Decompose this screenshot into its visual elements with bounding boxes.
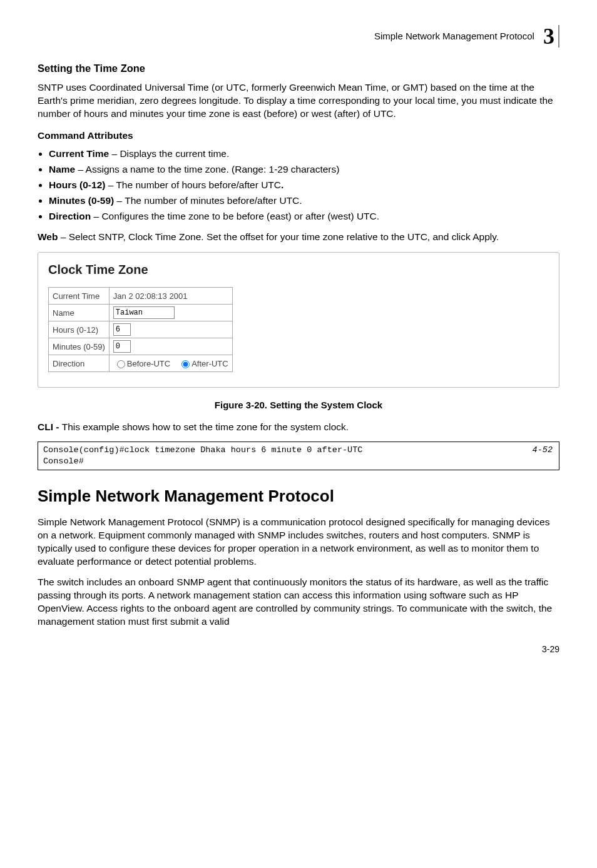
table-row: Direction Before-UTC After-UTC <box>49 355 233 372</box>
hours-label: Hours (0-12) <box>49 321 110 338</box>
hours-input[interactable] <box>113 323 131 336</box>
figure-caption: Figure 3-20. Setting the System Clock <box>38 399 559 411</box>
clock-time-zone-panel: Clock Time Zone Current Time Jan 2 02:08… <box>38 252 559 388</box>
attr-desc: – Assigns a name to the time zone. (Rang… <box>75 164 339 174</box>
current-time-label: Current Time <box>49 288 110 305</box>
hours-value-cell <box>109 321 232 338</box>
list-item: Name – Assigns a name to the time zone. … <box>49 163 559 176</box>
list-item: Minutes (0-59) – The number of minutes b… <box>49 194 559 208</box>
clock-form-table: Current Time Jan 2 02:08:13 2001 Name Ho… <box>48 287 233 372</box>
snmp-section-heading: Simple Network Management Protocol <box>38 485 559 507</box>
table-row: Current Time Jan 2 02:08:13 2001 <box>49 288 233 305</box>
page-number: 3-29 <box>38 643 559 655</box>
running-header-text: Simple Network Management Protocol <box>374 30 534 43</box>
cli-code-block: Console(config)#clock timezone Dhaka hou… <box>38 442 559 470</box>
intro-paragraph: SNTP uses Coordinated Universal Time (or… <box>38 81 559 121</box>
minutes-value-cell <box>109 338 232 355</box>
attribute-list: Current Time – Displays the current time… <box>38 148 559 223</box>
before-utc-radio[interactable] <box>117 360 125 368</box>
table-row: Name <box>49 305 233 321</box>
setting-time-zone-heading: Setting the Time Zone <box>38 61 559 75</box>
list-item: Direction – Configures the time zone to … <box>49 210 559 223</box>
web-desc: – Select SNTP, Clock Time Zone. Set the … <box>58 231 499 242</box>
panel-title: Clock Time Zone <box>48 261 549 278</box>
code-line-2: Console# <box>43 457 84 466</box>
attr-name: Direction <box>49 211 91 221</box>
attr-desc: – Configures the time zone to be before … <box>91 211 379 221</box>
minutes-input[interactable] <box>113 340 131 353</box>
command-attributes-heading: Command Attributes <box>38 129 559 143</box>
attr-name: Hours (0-12) <box>49 179 105 190</box>
cli-prefix: CLI - <box>38 421 62 432</box>
after-utc-radio[interactable] <box>181 360 190 368</box>
direction-label: Direction <box>49 355 110 372</box>
list-item: Hours (0-12) – The number of hours befor… <box>49 179 559 192</box>
table-row: Hours (0-12) <box>49 321 233 338</box>
snmp-paragraph-2: The switch includes an onboard SNMP agen… <box>38 576 559 628</box>
attr-name: Current Time <box>49 148 109 159</box>
name-value-cell <box>109 305 232 321</box>
attr-name: Name <box>49 164 75 174</box>
page-header: Simple Network Management Protocol 3 <box>38 25 559 48</box>
name-input[interactable] <box>113 306 175 319</box>
after-utc-label: After-UTC <box>191 359 228 368</box>
after-utc-cell: After-UTC <box>174 355 232 372</box>
table-row: Minutes (0-59) <box>49 338 233 355</box>
chapter-number-badge: 3 <box>543 25 559 48</box>
code-page-ref: 4-52 <box>533 445 553 456</box>
attr-desc: – The number of minutes before/after UTC… <box>114 195 302 206</box>
current-time-value: Jan 2 02:08:13 2001 <box>109 288 232 305</box>
list-item: Current Time – Displays the current time… <box>49 148 559 161</box>
snmp-paragraph-1: Simple Network Management Protocol (SNMP… <box>38 516 559 568</box>
attr-desc: – The number of hours before/after UTC <box>105 179 281 190</box>
attr-name: Minutes (0-59) <box>49 195 114 206</box>
code-line-1: Console(config)#clock timezone Dhaka hou… <box>43 445 362 455</box>
name-label: Name <box>49 305 110 321</box>
attr-desc: – Displays the current time. <box>109 148 229 159</box>
minutes-label: Minutes (0-59) <box>49 338 110 355</box>
cli-text: This example shows how to set the time z… <box>62 421 349 432</box>
before-utc-label: Before-UTC <box>127 359 170 368</box>
cli-instruction: CLI - This example shows how to set the … <box>38 421 559 434</box>
before-utc-cell: Before-UTC <box>109 355 174 372</box>
web-instruction: Web – Select SNTP, Clock Time Zone. Set … <box>38 231 559 244</box>
web-prefix: Web <box>38 231 58 242</box>
